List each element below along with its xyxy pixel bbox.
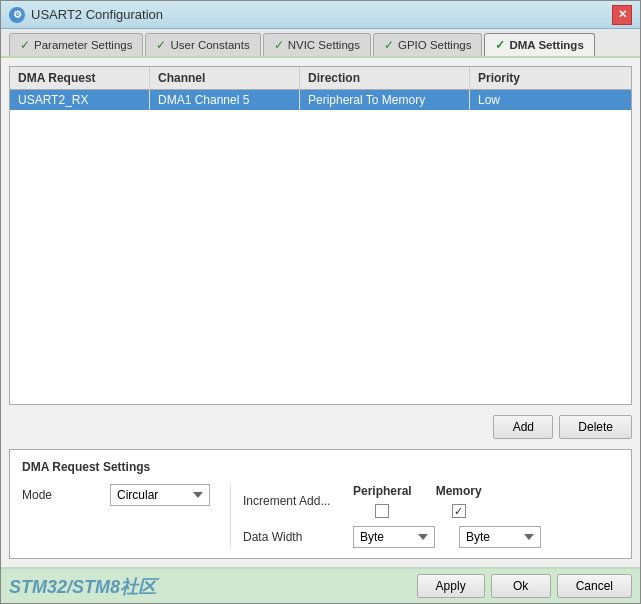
memory-checkbox-group: Memory ✓ [436,484,482,518]
table-body: USART2_RX DMA1 Channel 5 Peripheral To M… [10,90,631,404]
dma-table: DMA Request Channel Direction Priority U… [9,66,632,405]
cancel-button[interactable]: Cancel [557,574,632,598]
tab-parameter[interactable]: ✓ Parameter Settings [9,33,143,56]
increment-label: Increment Add... [243,494,333,508]
tab-dma[interactable]: ✓ DMA Settings [484,33,594,56]
tab-label-parameter: Parameter Settings [34,39,132,51]
tabs-bar: ✓ Parameter Settings ✓ User Constants ✓ … [1,29,640,58]
mode-field-row: Mode Normal Circular [22,484,222,506]
col-checkboxes: Peripheral Memory ✓ [353,484,482,518]
content-area: DMA Request Channel Direction Priority U… [1,58,640,567]
watermark: STM32/STM8社区 [9,575,156,599]
window-title: USART2 Configuration [31,7,163,22]
tab-label-user-constants: User Constants [170,39,249,51]
footer: STM32/STM8社区 Apply Ok Cancel [1,567,640,603]
settings-inner: Mode Normal Circular Increment Add... [22,484,619,548]
right-section: Increment Add... Peripheral Memory ✓ [230,484,619,548]
mode-label: Mode [22,488,102,502]
peripheral-width-select[interactable]: Byte Half Word Word [353,526,435,548]
tab-check-user-constants: ✓ [156,38,166,52]
memory-col-label: Memory [436,484,482,498]
width-selects: Byte Half Word Word Byte Half Word Word [353,526,541,548]
data-width-section: Data Width Byte Half Word Word Byte Half… [243,526,619,548]
table-header: DMA Request Channel Direction Priority [10,67,631,90]
memory-width-select[interactable]: Byte Half Word Word [459,526,541,548]
peripheral-col-label: Peripheral [353,484,412,498]
settings-title: DMA Request Settings [22,460,619,474]
cell-direction: Peripheral To Memory [300,90,470,110]
col-header-dma-request: DMA Request [10,67,150,89]
add-button[interactable]: Add [493,415,553,439]
peripheral-checkbox[interactable] [375,504,389,518]
table-action-buttons: Add Delete [9,413,632,441]
peripheral-checkbox-group: Peripheral [353,484,412,518]
col-header-priority: Priority [470,67,620,89]
memory-checkbox[interactable]: ✓ [452,504,466,518]
col-header-direction: Direction [300,67,470,89]
table-row[interactable]: USART2_RX DMA1 Channel 5 Peripheral To M… [10,90,631,110]
tab-gpio[interactable]: ✓ GPIO Settings [373,33,483,56]
delete-button[interactable]: Delete [559,415,632,439]
tab-check-nvic: ✓ [274,38,284,52]
title-bar-left: ⚙ USART2 Configuration [9,7,163,23]
tab-label-gpio: GPIO Settings [398,39,472,51]
title-bar: ⚙ USART2 Configuration ✕ [1,1,640,29]
increment-section: Increment Add... Peripheral Memory ✓ [243,484,619,518]
apply-button[interactable]: Apply [417,574,485,598]
settings-panel: DMA Request Settings Mode Normal Circula… [9,449,632,559]
cell-priority: Low [470,90,620,110]
tab-user-constants[interactable]: ✓ User Constants [145,33,260,56]
ok-button[interactable]: Ok [491,574,551,598]
tab-nvic[interactable]: ✓ NVIC Settings [263,33,371,56]
tab-label-nvic: NVIC Settings [288,39,360,51]
cell-channel: DMA1 Channel 5 [150,90,300,110]
tab-check-gpio: ✓ [384,38,394,52]
main-window: ⚙ USART2 Configuration ✕ ✓ Parameter Set… [0,0,641,604]
data-width-label: Data Width [243,530,333,544]
window-icon: ⚙ [9,7,25,23]
close-button[interactable]: ✕ [612,5,632,25]
cell-dma-request: USART2_RX [10,90,150,110]
tab-label-dma: DMA Settings [509,39,583,51]
tab-check-parameter: ✓ [20,38,30,52]
col-header-channel: Channel [150,67,300,89]
tab-check-dma: ✓ [495,38,505,52]
mode-select[interactable]: Normal Circular [110,484,210,506]
settings-left: Mode Normal Circular [22,484,222,548]
